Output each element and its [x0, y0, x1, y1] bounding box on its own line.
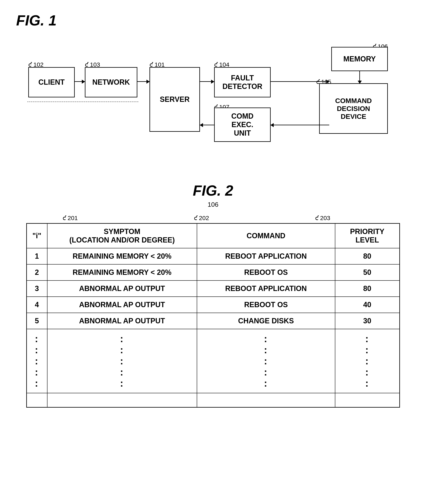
fig1-section: FIG. 1 ƈ 106 MEMORY ƈ 105 COMMAND DECISI… — [16, 12, 410, 166]
table-row: 1 REMAINING MEMORY < 20% REBOOT APPLICAT… — [27, 248, 399, 264]
cell-index: 5 — [27, 313, 47, 329]
cell-symptom: REMAINING MEMORY < 20% — [47, 248, 197, 264]
dashed-line — [27, 101, 138, 102]
header-command: COMMAND — [197, 223, 335, 248]
arrow-client-network — [75, 81, 85, 82]
fig1-title: FIG. 1 — [16, 12, 410, 29]
cell-priority: 40 — [335, 297, 399, 313]
memory-block: MEMORY — [331, 47, 388, 71]
header-priority: PRIORITYLEVEL — [335, 223, 399, 248]
cell-index: 4 — [27, 297, 47, 313]
table-row: 5 ABNORMAL AP OUTPUT CHANGE DISKS 30 — [27, 313, 399, 329]
cell-symptom: ABNORMAL AP OUTPUT — [47, 313, 197, 329]
cell-symptom: ABNORMAL AP OUTPUT — [47, 281, 197, 297]
data-table: "i" SYMPTOM(LOCATION AND/OR DEGREE) COMM… — [26, 223, 400, 408]
ref-106-top: 106 — [16, 201, 410, 208]
fig2-section: FIG. 2 106 ƈ 201 ƈ 202 ƈ 203 "i" SYMPTOM… — [16, 182, 410, 408]
table-row: 4 ABNORMAL AP OUTPUT REBOOT OS 40 — [27, 297, 399, 313]
table-body: 1 REMAINING MEMORY < 20% REBOOT APPLICAT… — [27, 248, 399, 407]
cell-priority: 50 — [335, 264, 399, 281]
header-symptom: SYMPTOM(LOCATION AND/OR DEGREE) — [47, 223, 197, 248]
cell-index: 3 — [27, 281, 47, 297]
table-dots-row: ::::: ::::: ::::: ::::: — [27, 329, 399, 393]
fault-detector-block: FAULT DETECTOR — [214, 67, 271, 97]
diagram: ƈ 106 MEMORY ƈ 105 COMMAND DECISION DEVI… — [16, 41, 400, 166]
arrow-comd-server — [200, 125, 214, 125]
client-block: CLIENT — [28, 67, 75, 97]
cell-index: 2 — [27, 264, 47, 281]
cell-index: 1 — [27, 248, 47, 264]
cell-priority: 80 — [335, 248, 399, 264]
arrow-memory-cmd — [359, 71, 360, 84]
cell-symptom: ABNORMAL AP OUTPUT — [47, 297, 197, 313]
network-block: NETWORK — [85, 67, 137, 97]
comd-exec-block: COMD EXEC. UNIT — [214, 108, 271, 142]
table-header-row: "i" SYMPTOM(LOCATION AND/OR DEGREE) COMM… — [27, 223, 399, 248]
cell-command: CHANGE DISKS — [197, 313, 335, 329]
table-row: 3 ABNORMAL AP OUTPUT REBOOT APPLICATION … — [27, 281, 399, 297]
dots-command: ::::: — [197, 329, 335, 393]
cell-command: REBOOT APPLICATION — [197, 281, 335, 297]
server-block: SERVER — [149, 67, 200, 132]
arrow-network-server — [137, 81, 149, 82]
dots-index: ::::: — [27, 329, 47, 393]
table-empty-row — [27, 393, 399, 407]
cell-command: REBOOT APPLICATION — [197, 248, 335, 264]
dots-symptom: ::::: — [47, 329, 197, 393]
arrow-server-fault — [200, 81, 214, 82]
table-wrapper: ƈ 201 ƈ 202 ƈ 203 "i" SYMPTOM(LOCATION A… — [26, 214, 400, 408]
fig2-title: FIG. 2 — [16, 182, 410, 199]
cell-command: REBOOT OS — [197, 297, 335, 313]
cell-symptom: REMAINING MEMORY < 20% — [47, 264, 197, 281]
header-index: "i" — [27, 223, 47, 248]
command-decision-block: COMMAND DECISION DEVICE — [319, 83, 388, 134]
col-refs: ƈ 201 ƈ 202 ƈ 203 — [26, 214, 400, 222]
cell-command: REBOOT OS — [197, 264, 335, 281]
cell-priority: 30 — [335, 313, 399, 329]
table-row: 2 REMAINING MEMORY < 20% REBOOT OS 50 — [27, 264, 399, 281]
cell-priority: 80 — [335, 281, 399, 297]
arrow-fault-cmd — [271, 81, 329, 82]
arrow-cmd-comd — [271, 125, 329, 125]
dots-priority: ::::: — [335, 329, 399, 393]
